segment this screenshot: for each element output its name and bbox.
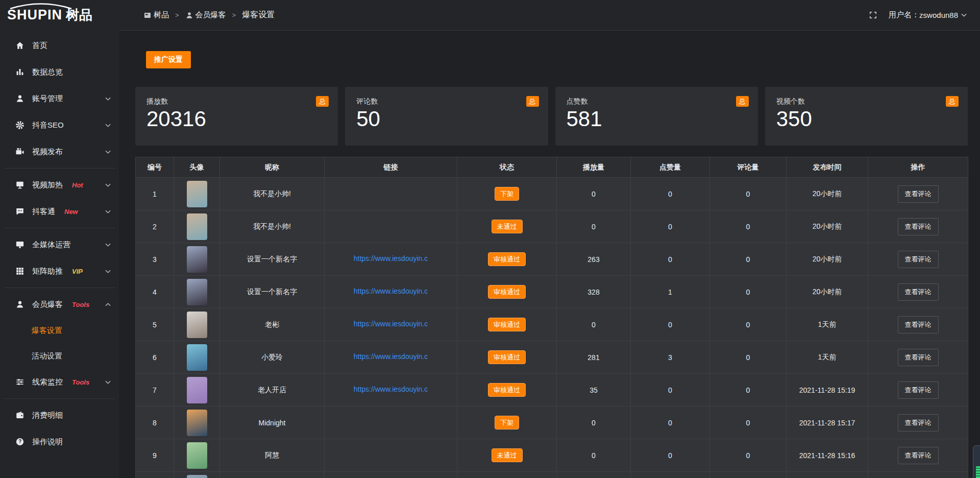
fullscreen-icon[interactable] [869,11,877,19]
sidebar-divider [4,288,115,288]
video-link[interactable]: https://www.iesdouyin.c [354,320,428,328]
table-row [136,472,968,478]
sidebar-item-label: 视频加热 [32,180,63,190]
video-link[interactable]: https://www.iesdouyin.c [354,287,428,295]
cell-time: 2021-11-28 15:19 [787,374,868,407]
video-link[interactable]: https://www.iesdouyin.c [354,352,428,361]
cell-action: 查看评论 [868,341,968,374]
breadcrumb: 树品>会员爆客>爆客设置 [143,10,275,20]
sidebar-item-operation-guide[interactable]: ?操作说明 [0,428,119,455]
cell-avatar [174,439,220,472]
floating-widget[interactable] [973,445,980,478]
table-header-cell: 操作 [868,157,968,178]
status-badge: 审核通过 [488,318,526,332]
view-comments-button[interactable]: 查看评论 [898,218,939,235]
sidebar-nav: 首页数据总览账号管理抖音SEO视频发布视频加热Hot抖客通New全媒体运营矩阵助… [0,30,119,455]
cell-nickname: 我不是小帅! [220,178,325,210]
cell-action: 查看评论 [868,308,968,341]
cell-link [325,178,457,210]
avatar [187,377,207,403]
avatar [187,312,207,338]
cell-comments: 0 [710,439,787,472]
cell-avatar [174,308,220,341]
cell-link [325,210,457,243]
cell-id: 7 [136,374,174,407]
video-link[interactable]: https://www.iesdouyin.c [354,385,428,393]
sidebar-item-label: 视频发布 [32,147,63,157]
sidebar-item-label: 首页 [32,41,47,51]
sidebar-item-clue-monitor[interactable]: 线索监控Tools [0,369,119,395]
cell-plays: 0 [557,178,631,210]
view-comments-button[interactable]: 查看评论 [898,447,939,464]
cell-status: 审核通过 [457,374,557,407]
member-icon [15,300,24,309]
total-badge: 总 [526,96,539,107]
bar-chart-icon [15,67,24,77]
cell-action: 查看评论 [868,243,968,276]
sidebar-item-badge: VIP [72,268,83,275]
sidebar-item-douyin-seo[interactable]: 抖音SEO [0,112,119,138]
sidebar-subitem-activity-settings[interactable]: 活动设置 [0,343,119,369]
view-comments-button[interactable]: 查看评论 [898,381,939,399]
cell-action: 查看评论 [868,178,968,210]
view-comments-button[interactable]: 查看评论 [898,251,939,268]
cell-plays: 0 [557,210,631,243]
cell-nickname: 设置一个新名字 [220,243,325,276]
view-comments-button[interactable]: 查看评论 [898,283,939,301]
sidebar-item-member-burst[interactable]: 会员爆客Tools [0,291,119,318]
sidebar-item-omni-media[interactable]: 全媒体运营 [0,231,119,258]
table-row: 6小爱玲https://www.iesdouyin.c审核通过281301天前查… [136,341,968,374]
cell-action: 查看评论 [868,210,968,243]
cell-plays: 35 [557,374,631,407]
gear-icon [15,121,24,130]
cell-comments: 0 [710,374,787,407]
sidebar-item-data-overview[interactable]: 数据总览 [0,59,119,85]
sidebar-item-account-management[interactable]: 账号管理 [0,85,119,112]
topbar-right: 用户名： zswodun88 [869,10,967,20]
cell-action: 查看评论 [868,407,968,439]
cell-status: 审核通过 [457,341,557,374]
table-header-cell: 链接 [325,157,457,178]
cell-action [868,472,968,478]
cell-id: 4 [136,276,174,308]
sidebar-subitem-burst-settings[interactable]: 爆客设置 [0,318,119,343]
username-value: zswodun88 [919,11,958,19]
cell-likes: 3 [631,341,710,374]
sidebar-item-video-heat[interactable]: 视频加热Hot [0,172,119,198]
view-comments-button[interactable]: 查看评论 [898,185,939,203]
view-comments-button[interactable]: 查看评论 [898,414,939,432]
sidebar-item-consumption-details[interactable]: 消费明细 [0,402,119,428]
sidebar-item-home[interactable]: 首页 [0,32,119,59]
user-menu[interactable]: 用户名： zswodun88 [889,10,967,20]
cell-id: 9 [136,439,174,472]
view-comments-button[interactable]: 查看评论 [898,316,939,333]
breadcrumb-item-burst-settings[interactable]: 爆客设置 [242,10,275,20]
sidebar-item-label: 消费明细 [32,411,63,420]
sidebar-item-douketong[interactable]: 抖客通New [0,198,119,225]
video-link[interactable]: https://www.iesdouyin.c [354,254,428,262]
cell-status: 审核通过 [457,276,557,308]
breadcrumb-item-shupin[interactable]: 树品 [143,10,169,20]
table-row: 8Midnight下架0002021-11-28 15:17查看评论 [136,407,968,439]
sidebar-item-video-publish[interactable]: 视频发布 [0,138,119,165]
breadcrumb-item-member-burst[interactable]: 会员爆客 [185,10,226,20]
cell-comments: 0 [710,178,787,210]
sidebar-item-label: 数据总览 [32,67,63,77]
sidebar-item-label: 抖客通 [32,207,55,217]
cell-likes: 0 [631,178,710,210]
cell-time: 20小时前 [787,276,868,308]
cell-nickname [220,472,325,478]
cell-plays: 0 [557,308,631,341]
sidebar-item-matrix-boost[interactable]: 矩阵助推VIP [0,258,119,284]
status-badge: 下架 [495,416,519,430]
promotion-settings-button[interactable]: 推广设置 [146,51,191,68]
sidebar-item-label: 账号管理 [32,94,63,104]
stat-card-value: 50 [356,107,538,131]
breadcrumb-separator: > [175,11,179,19]
view-comments-button[interactable]: 查看评论 [898,349,939,366]
logo-arc-icon [8,3,74,9]
cell-status: 未通过 [457,210,557,243]
sidebar-item-label: 线索监控 [32,377,63,387]
avatar [187,410,207,436]
breadcrumb-item-label: 爆客设置 [242,10,275,20]
